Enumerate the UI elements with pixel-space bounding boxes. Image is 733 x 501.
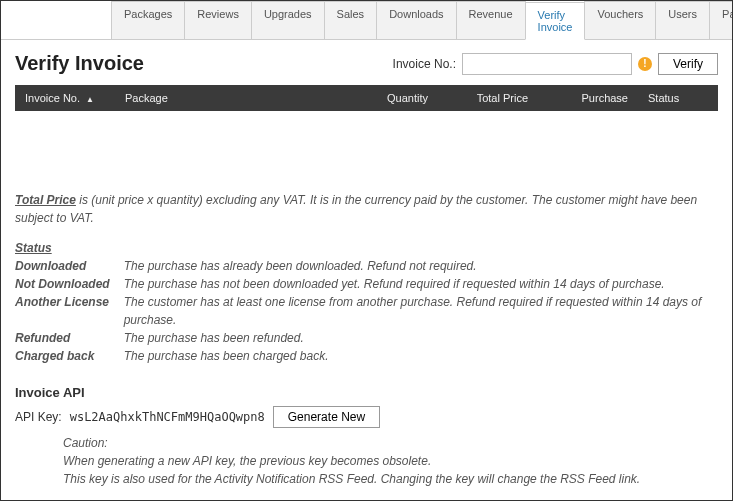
invoice-no-label: Invoice No.: (393, 57, 456, 71)
status-header: Status (15, 241, 718, 255)
status-row: Charged backThe purchase has been charge… (15, 347, 718, 365)
col-purchase[interactable]: Purchase (538, 85, 638, 111)
status-key: Charged back (15, 347, 124, 365)
status-row: DownloadedThe purchase has already been … (15, 257, 718, 275)
total-price-note: Total Price is (unit price x quantity) e… (15, 191, 718, 227)
invoice-api-header: Invoice API (15, 385, 718, 400)
col-total-price[interactable]: Total Price (438, 85, 538, 111)
status-key: Another License (15, 293, 124, 329)
caution-line-2: This key is also used for the Activity N… (63, 470, 718, 488)
caution-label: Caution: (63, 434, 718, 452)
generate-new-button[interactable]: Generate New (273, 406, 380, 428)
tab-payout[interactable]: Payout (709, 1, 733, 39)
status-row: Not DownloadedThe purchase has not been … (15, 275, 718, 293)
tab-revenue[interactable]: Revenue (456, 1, 526, 39)
status-value: The purchase has not been downloaded yet… (124, 275, 718, 293)
status-value: The purchase has already been downloaded… (124, 257, 718, 275)
col-package[interactable]: Package (115, 85, 358, 111)
tab-bar: PackagesReviewsUpgradesSalesDownloadsRev… (1, 1, 732, 40)
status-value: The purchase has been charged back. (124, 347, 718, 365)
status-definitions: DownloadedThe purchase has already been … (15, 257, 718, 365)
status-value: The purchase has been refunded. (124, 329, 718, 347)
tab-users[interactable]: Users (655, 1, 710, 39)
warning-icon: ! (638, 57, 652, 71)
tab-packages[interactable]: Packages (111, 1, 185, 39)
caution-line-1: When generating a new API key, the previ… (63, 452, 718, 470)
api-key-value: wsL2AaQhxkThNCFmM9HQaOQwpn8 (70, 410, 265, 424)
tab-reviews[interactable]: Reviews (184, 1, 252, 39)
tab-upgrades[interactable]: Upgrades (251, 1, 325, 39)
status-key: Downloaded (15, 257, 124, 275)
status-key: Not Downloaded (15, 275, 124, 293)
sort-asc-icon: ▲ (86, 95, 94, 104)
invoice-table: Invoice No.▲ Package Quantity Total Pric… (15, 85, 718, 181)
table-empty (15, 111, 718, 181)
col-invoice-no[interactable]: Invoice No.▲ (15, 85, 115, 111)
verify-button[interactable]: Verify (658, 53, 718, 75)
col-quantity[interactable]: Quantity (358, 85, 438, 111)
tab-sales[interactable]: Sales (324, 1, 378, 39)
col-status[interactable]: Status (638, 85, 718, 111)
status-row: RefundedThe purchase has been refunded. (15, 329, 718, 347)
tab-downloads[interactable]: Downloads (376, 1, 456, 39)
invoice-no-input[interactable] (462, 53, 632, 75)
api-key-label: API Key: (15, 410, 62, 424)
tab-vouchers[interactable]: Vouchers (584, 1, 656, 39)
tab-verify-invoice[interactable]: Verify Invoice (525, 2, 586, 40)
status-value: The customer has at least one license fr… (124, 293, 718, 329)
status-key: Refunded (15, 329, 124, 347)
page-title: Verify Invoice (15, 52, 144, 75)
status-row: Another LicenseThe customer has at least… (15, 293, 718, 329)
